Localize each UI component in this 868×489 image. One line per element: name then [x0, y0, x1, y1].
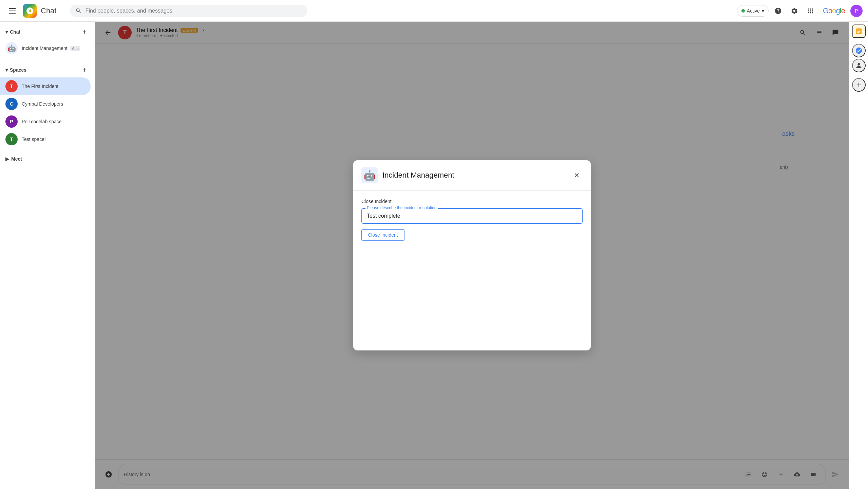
modal-header: 🤖 Incident Management ✕ [353, 160, 591, 191]
hamburger-icon[interactable] [5, 4, 19, 18]
add-panel-button[interactable] [852, 78, 866, 92]
chevron-down-icon: ▾ [762, 8, 764, 14]
sidebar-item-cymbal-developers[interactable]: C Cymbal Developers [0, 95, 91, 113]
sidebar-item-poll-codelab[interactable]: P Poll codelab space [0, 113, 91, 130]
sidebar-item-incident-management[interactable]: 🤖 Incident Management App [0, 39, 91, 57]
status-dot-icon [741, 9, 745, 13]
modal-section-title: Close Incident [361, 199, 583, 204]
close-incident-button[interactable]: Close Incident [361, 229, 404, 241]
chat-section-title: ▾ Chat [5, 29, 20, 35]
sidebar-item-test-space[interactable]: T Test space! [0, 130, 91, 148]
chevron-right-icon: ▶ [5, 156, 9, 162]
top-bar: Chat Active ▾ Google P [0, 0, 868, 22]
modal-robot-icon: 🤖 [361, 167, 378, 183]
spaces-section-title: ▾ Spaces [5, 67, 26, 73]
modal-body: Close Incident Please describe the incid… [353, 191, 591, 350]
modal-overlay[interactable]: 🤖 Incident Management ✕ Close Incident P… [95, 22, 849, 489]
main-layout: ▾ Chat + 🤖 Incident Management App ▾ Spa… [0, 22, 868, 489]
space-avatar-T: T [5, 80, 18, 92]
new-chat-button[interactable]: + [80, 27, 89, 37]
incident-management-modal: 🤖 Incident Management ✕ Close Incident P… [353, 160, 591, 350]
status-label: Active [747, 8, 760, 14]
google-chat-logo-icon [23, 4, 37, 18]
chat-section-header[interactable]: ▾ Chat + [0, 24, 95, 39]
modal-close-button[interactable]: ✕ [570, 169, 583, 181]
space-avatar-P: P [5, 115, 18, 128]
people-icon[interactable] [852, 59, 866, 72]
avatar[interactable]: P [850, 5, 863, 17]
meet-section-title: ▶ Meet [5, 156, 22, 162]
tasks-panel-icon[interactable] [852, 24, 866, 38]
spaces-section-header[interactable]: ▾ Spaces + [0, 62, 95, 77]
resolution-field-wrap: Please describe the incident resolution [361, 208, 583, 224]
status-button[interactable]: Active ▾ [737, 5, 769, 17]
app-title: Chat [41, 6, 56, 15]
right-sidebar-divider [853, 41, 864, 41]
robot-icon: 🤖 [5, 42, 18, 54]
google-wordmark: Google [823, 6, 845, 15]
sidebar: ▾ Chat + 🤖 Incident Management App ▾ Spa… [0, 22, 95, 489]
tasks-icon[interactable] [852, 44, 866, 57]
chevron-down-icon: ▾ [5, 67, 8, 73]
chevron-down-icon: ▾ [5, 29, 8, 35]
space-avatar-C: C [5, 98, 18, 110]
top-bar-left: Chat [5, 4, 56, 18]
content-area: T The First Incident External 4 members … [95, 22, 849, 489]
sidebar-item-info: Incident Management App [22, 45, 80, 51]
modal-title: Incident Management [382, 171, 566, 180]
resolution-input[interactable] [367, 213, 577, 219]
meet-section-header[interactable]: ▶ Meet [0, 153, 95, 164]
search-icon [75, 7, 82, 14]
search-input[interactable] [86, 8, 302, 14]
apps-grid-icon[interactable] [804, 4, 817, 18]
search-bar[interactable] [70, 5, 307, 17]
new-space-button[interactable]: + [80, 65, 89, 75]
settings-icon[interactable] [788, 4, 801, 18]
right-sidebar-divider2 [853, 75, 864, 75]
right-sidebar [849, 22, 868, 489]
help-icon[interactable] [771, 4, 785, 18]
resolution-field-label: Please describe the incident resolution [365, 205, 438, 210]
top-bar-right: Active ▾ Google P [737, 4, 863, 18]
sidebar-item-first-incident[interactable]: T The First Incident [0, 77, 91, 95]
space-avatar-T2: T [5, 133, 18, 145]
